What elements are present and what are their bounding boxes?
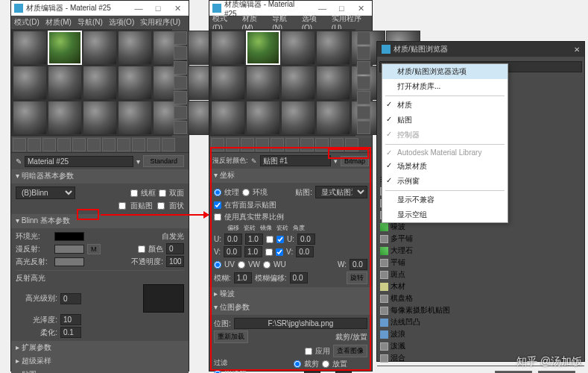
- eyedropper-icon[interactable]: ✎: [16, 157, 22, 166]
- sample-slot[interactable]: [48, 101, 82, 135]
- sample-slot[interactable]: [281, 66, 315, 100]
- bluroff-spinner[interactable]: [290, 272, 308, 283]
- ctx-sample[interactable]: 示例窗: [382, 174, 508, 189]
- tree-item[interactable]: 波浪: [380, 328, 581, 340]
- ctx-open-lib[interactable]: 打开材质库...: [382, 79, 508, 94]
- eyedropper-icon[interactable]: ✎: [251, 157, 257, 165]
- realworld-checkbox[interactable]: [214, 213, 221, 221]
- sample-slot[interactable]: [281, 31, 315, 65]
- tool-icon[interactable]: [132, 138, 145, 151]
- close-icon[interactable]: ✕: [574, 46, 580, 54]
- side-tool[interactable]: [174, 61, 187, 75]
- u-mirror[interactable]: [266, 236, 274, 243]
- showmap-checkbox[interactable]: [214, 201, 221, 209]
- section-bitmap[interactable]: 位图参数: [209, 301, 372, 314]
- tool-icon[interactable]: [315, 138, 329, 151]
- tree-item[interactable]: 泼溅: [380, 340, 581, 352]
- sample-slot-selected[interactable]: [246, 31, 280, 65]
- faceted-checkbox[interactable]: [157, 202, 165, 210]
- tool-icon[interactable]: [256, 138, 269, 151]
- specular-color-swatch[interactable]: [54, 257, 84, 266]
- v-offset[interactable]: [224, 246, 241, 257]
- material-name-input[interactable]: [25, 156, 133, 167]
- side-tool[interactable]: [357, 61, 370, 75]
- ctx-options[interactable]: 材质/贴图浏览器选项: [382, 64, 508, 79]
- diffuse-color-swatch[interactable]: [54, 245, 84, 254]
- menu-mode[interactable]: 模式(D): [14, 17, 39, 28]
- tool-icon[interactable]: [72, 138, 86, 151]
- tree-item[interactable]: 斑点: [380, 269, 581, 280]
- menu-options[interactable]: 选项(O): [109, 17, 134, 28]
- tool-icon[interactable]: [241, 138, 254, 151]
- sample-slot[interactable]: [118, 66, 152, 100]
- ambient-color-swatch[interactable]: [54, 232, 84, 241]
- blur-spinner[interactable]: [234, 272, 252, 283]
- ctx-maps[interactable]: 贴图: [382, 113, 508, 128]
- ctx-adsk[interactable]: Autodesk Material Library: [382, 146, 508, 159]
- u-angle[interactable]: [297, 233, 315, 245]
- tree-item[interactable]: 多平铺: [380, 233, 581, 245]
- section-shader-basic[interactable]: 明暗器基本参数: [11, 169, 189, 183]
- menu-material[interactable]: 材质(M): [45, 17, 72, 28]
- bitmap-path-button[interactable]: F:\SR\jpg\shiba.png: [234, 318, 367, 329]
- environ-radio[interactable]: [242, 189, 250, 196]
- tool-icon[interactable]: [300, 138, 314, 151]
- section-maps[interactable]: 贴图: [11, 368, 189, 373]
- v-angle[interactable]: [296, 246, 314, 257]
- section-blinn-basic[interactable]: Blinn 基本参数: [11, 214, 189, 228]
- tool-icon[interactable]: [102, 138, 116, 151]
- side-tool[interactable]: [357, 106, 370, 119]
- u-tile[interactable]: [245, 233, 263, 245]
- facemap-checkbox[interactable]: [118, 202, 126, 210]
- tree-item[interactable]: 木材: [380, 280, 581, 292]
- ctx-empty[interactable]: 显示空组: [382, 207, 508, 222]
- side-tool[interactable]: [357, 31, 370, 45]
- tool-icon[interactable]: [211, 138, 224, 151]
- reload-button[interactable]: 重新加载: [214, 330, 248, 343]
- vw-radio[interactable]: [238, 261, 245, 269]
- u-tile-cb[interactable]: [276, 236, 284, 243]
- sample-slot-selected[interactable]: [48, 31, 82, 65]
- ctx-incompat[interactable]: 显示不兼容: [382, 192, 508, 207]
- sample-slot[interactable]: [246, 101, 280, 135]
- tool-icon[interactable]: [330, 138, 344, 151]
- sample-slot[interactable]: [316, 101, 350, 135]
- tree-item[interactable]: 平铺: [380, 257, 581, 269]
- tool-icon[interactable]: [28, 138, 41, 151]
- selfillum-color-checkbox[interactable]: [138, 245, 145, 253]
- sample-slot[interactable]: [316, 31, 350, 65]
- tool-icon[interactable]: [42, 138, 56, 151]
- side-tool[interactable]: [357, 91, 370, 104]
- selfillum-spinner[interactable]: [166, 243, 184, 254]
- v-mirror[interactable]: [265, 248, 273, 256]
- sample-slot[interactable]: [83, 101, 117, 135]
- shader-type-button[interactable]: Standard: [143, 155, 184, 167]
- sample-slot[interactable]: [118, 31, 152, 65]
- sample-slot[interactable]: [83, 31, 117, 65]
- wu-radio[interactable]: [263, 261, 271, 269]
- sample-slot[interactable]: [316, 66, 350, 100]
- place-radio[interactable]: [322, 360, 329, 368]
- soften-spinner[interactable]: [60, 327, 81, 338]
- menu-util[interactable]: 实用程序(U): [140, 17, 180, 28]
- map-name-input[interactable]: [260, 155, 331, 166]
- tool-icon[interactable]: [147, 138, 160, 151]
- tool-icon[interactable]: [226, 138, 239, 151]
- sample-slot[interactable]: [281, 101, 315, 135]
- v-tile-cb[interactable]: [276, 248, 283, 256]
- side-tool[interactable]: [174, 76, 187, 90]
- sample-slot[interactable]: [13, 31, 47, 65]
- sample-slot[interactable]: [83, 66, 117, 100]
- side-tool[interactable]: [174, 31, 187, 45]
- tool-icon[interactable]: [271, 138, 284, 151]
- side-tool[interactable]: [357, 121, 370, 134]
- diffuse-map-button[interactable]: M: [87, 244, 101, 254]
- texture-radio[interactable]: [214, 189, 221, 196]
- close-button[interactable]: ✕: [169, 1, 186, 15]
- side-tool[interactable]: [174, 106, 187, 119]
- tree-item[interactable]: 法线凹凸: [380, 316, 581, 328]
- tool-icon[interactable]: [285, 138, 299, 151]
- view-image-button[interactable]: 查看图像: [333, 345, 367, 357]
- tool-icon[interactable]: [162, 138, 175, 151]
- u-offset[interactable]: [224, 233, 242, 245]
